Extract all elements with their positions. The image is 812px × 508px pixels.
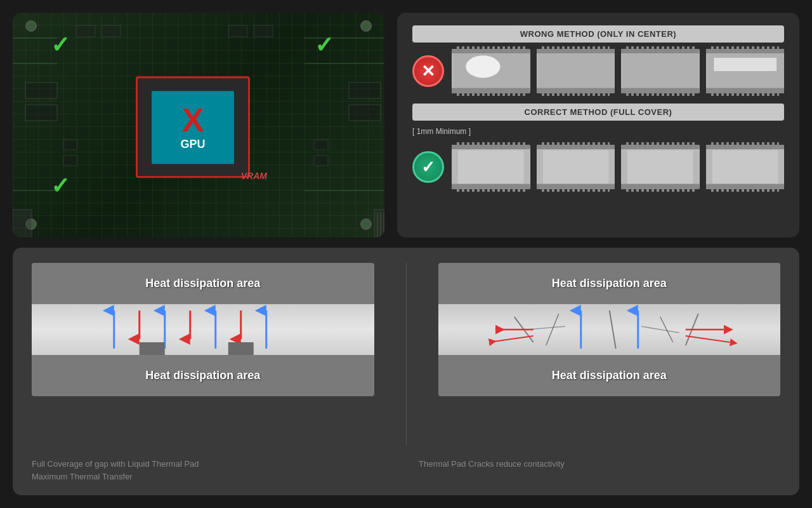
svg-rect-55	[621, 184, 700, 189]
right-top-block: Heat dissipation area	[438, 263, 781, 304]
mount-hole-tr	[360, 20, 372, 32]
svg-rect-37	[622, 50, 700, 90]
svg-line-85	[488, 336, 533, 342]
svg-rect-39	[621, 88, 700, 93]
vram-label: VRAM	[241, 171, 267, 181]
svg-rect-71	[228, 342, 254, 355]
right-top-label: Heat dissipation area	[552, 277, 667, 290]
left-top-block: Heat dissipation area	[32, 263, 374, 304]
mount-hole-tl	[25, 20, 37, 32]
right-arrows-svg	[438, 304, 781, 355]
correct-method-row: ✓	[412, 145, 784, 189]
wrong-chip-3-svg	[621, 49, 700, 93]
correct-chip-3-svg	[621, 145, 700, 189]
left-caption-text: Full Coverage of gap with Liquid Thermal…	[32, 458, 393, 483]
gpu-outer-border: X GPU VRAM	[136, 76, 250, 178]
wrong-symbol: ✕	[421, 62, 435, 81]
wrong-method-row: ✕	[412, 49, 784, 93]
wrong-chip-3	[621, 49, 700, 93]
mount-hole-bl	[25, 218, 37, 230]
svg-rect-46	[458, 150, 524, 184]
correct-method-section: CORRECT METHOD (FULL COVER) [ 1mm Minimu…	[412, 104, 784, 189]
method-panel: WRONG METHOD (ONLY IN CENTER) ✕	[397, 13, 799, 237]
correct-method-header: CORRECT METHOD (FULL COVER)	[412, 104, 784, 121]
pcb-board: ✓ ✓ ✓ X GPU VRAM	[13, 13, 384, 237]
wrong-chip-2-svg	[537, 49, 615, 93]
svg-rect-70	[140, 342, 165, 355]
svg-rect-18	[374, 210, 384, 237]
svg-rect-44	[706, 49, 785, 53]
svg-rect-48	[452, 145, 530, 149]
gpu-inner: X GPU	[152, 91, 234, 164]
correct-symbol: ✓	[421, 157, 435, 177]
svg-rect-47	[452, 184, 530, 189]
svg-rect-60	[706, 145, 785, 149]
left-bottom-block: Heat dissipation area	[32, 355, 374, 396]
svg-rect-58	[712, 150, 778, 184]
left-bottom-label: Heat dissipation area	[145, 369, 260, 382]
svg-rect-28	[314, 156, 328, 166]
right-heat-diagram: Heat dissipation area	[438, 263, 781, 445]
left-arrows-svg	[32, 304, 374, 355]
svg-rect-36	[537, 49, 615, 53]
correct-chips-row	[452, 145, 784, 189]
svg-rect-54	[627, 150, 693, 184]
correct-chip-4-svg	[706, 145, 785, 189]
pcb-panel: ✓ ✓ ✓ X GPU VRAM	[13, 13, 384, 237]
heat-diagram-divider	[406, 263, 407, 445]
wrong-chip-2	[537, 49, 615, 93]
right-bottom-label: Heat dissipation area	[552, 369, 667, 382]
svg-rect-7	[25, 105, 57, 121]
correct-chip-2-svg	[537, 145, 615, 189]
svg-line-87	[685, 336, 730, 342]
svg-rect-13	[254, 25, 273, 37]
right-caption-text: Thermal Pad Cracks reduce contactivity	[419, 458, 780, 471]
gpu-label: GPU	[180, 138, 205, 151]
svg-rect-6	[25, 83, 57, 98]
svg-rect-43	[706, 88, 785, 93]
right-caption: Thermal Pad Cracks reduce contactivity	[419, 453, 780, 483]
wrong-chip-1	[452, 49, 530, 93]
wrong-chip-4	[706, 49, 785, 93]
left-caption: Full Coverage of gap with Liquid Thermal…	[32, 453, 393, 483]
check-bottom-left: ✓	[51, 173, 70, 199]
right-bottom-block: Heat dissipation area	[438, 355, 781, 396]
svg-rect-10	[76, 25, 95, 37]
correct-icon-circle: ✓	[412, 151, 444, 183]
bottom-captions: Full Coverage of gap with Liquid Thermal…	[32, 453, 780, 483]
correct-chip-3	[621, 145, 700, 189]
svg-point-30	[466, 56, 500, 78]
svg-rect-50	[542, 150, 608, 184]
bottom-row: Heat dissipation area	[13, 248, 799, 495]
heat-panel: Heat dissipation area	[13, 248, 799, 495]
svg-rect-31	[452, 88, 530, 93]
svg-rect-35	[537, 88, 615, 93]
left-thermal-pad	[32, 304, 374, 355]
svg-rect-32	[452, 49, 530, 53]
correct-chip-4	[706, 145, 785, 189]
svg-rect-25	[63, 140, 77, 150]
svg-rect-51	[537, 184, 615, 189]
svg-rect-26	[63, 156, 77, 166]
svg-rect-8	[349, 83, 381, 98]
svg-rect-56	[621, 145, 700, 149]
left-top-label: Heat dissipation area	[145, 277, 260, 290]
right-thermal-pad	[438, 304, 781, 355]
check-top-right: ✓	[315, 32, 334, 58]
svg-rect-27	[314, 140, 328, 150]
wrong-method-section: WRONG METHOD (ONLY IN CENTER) ✕	[412, 25, 784, 93]
gpu-x-mark: X	[182, 104, 204, 137]
wrong-icon-circle: ✕	[412, 55, 444, 87]
wrong-chip-4-svg	[706, 49, 785, 93]
svg-rect-40	[621, 49, 700, 53]
wrong-chips-row	[452, 49, 784, 93]
svg-rect-9	[349, 105, 381, 121]
svg-line-76	[546, 314, 558, 345]
svg-line-81	[641, 326, 679, 333]
svg-rect-59	[706, 184, 785, 189]
correct-chip-1-svg	[452, 145, 530, 189]
correct-chip-1	[452, 145, 530, 189]
correct-chip-2	[537, 145, 615, 189]
svg-rect-11	[102, 25, 121, 37]
check-top-left: ✓	[51, 32, 70, 58]
